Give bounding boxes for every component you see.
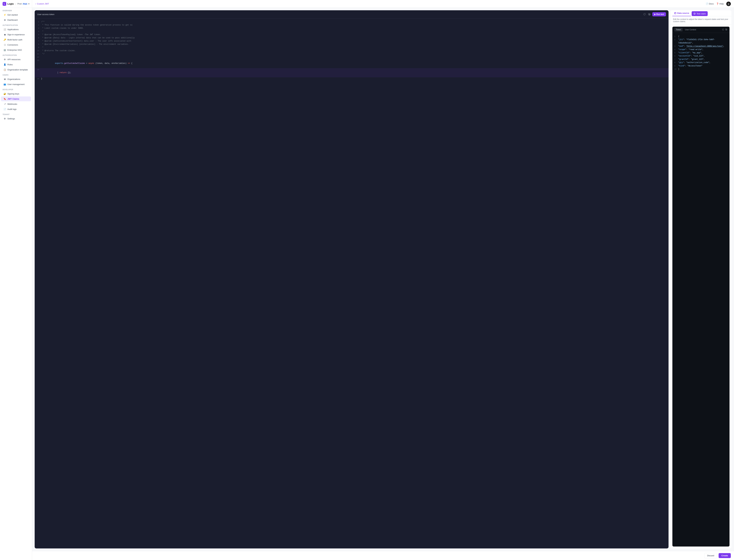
tab-test-claim[interactable]: Test claim [692,11,708,16]
json-line-3: 3 "aud": "http://localhost:3000/api/test… [674,45,728,48]
right-panel-tabs: Data source Test claim [670,10,731,16]
data-source-icon [674,12,676,14]
sidebar-item-roles[interactable]: 👤 Roles [1,62,31,67]
code-line-15: 15 } [35,77,669,81]
roles-icon: 👤 [4,63,6,66]
jwt-claims-icon: 🔖 [4,98,6,100]
right-panel-description: Edit the context to adjust the token's r… [670,16,731,25]
audit-logs-icon: 📄 [4,108,6,110]
sidebar-item-applications[interactable]: ⬜ Applications [1,27,31,32]
sidebar-item-webhooks[interactable]: ↗ Webhooks [1,102,31,106]
json-tab-token[interactable]: Token [674,28,683,31]
topbar-right: 📄 Docs ❓ Help [706,2,731,6]
org-template-icon: 📋 [4,68,6,71]
json-copy-button[interactable] [725,28,728,31]
avatar-icon [727,3,730,5]
json-line-8: 8 "gty": "authorization_code", [674,61,728,64]
logo-name: Logto [8,3,14,5]
code-panel-header: User access token ▶ Run test [35,10,669,18]
breadcrumb-back-icon: ‹ [35,3,36,5]
copy-button[interactable] [648,13,651,16]
json-line-1: 1 { [674,35,728,38]
sidebar-item-api-resources[interactable]: ⚙ API resources [1,57,31,62]
svg-rect-4 [648,13,650,15]
organizations-icon: 🏛 [4,78,6,80]
breadcrumb-parent[interactable]: Custom JWT [37,3,49,5]
section-developer: DEVELOPER [0,87,32,91]
sidebar: L Logto | Prod Prod ▾ OVERVIEW ⚡ Get sta… [0,0,32,560]
mfa-icon: 🔑 [4,38,6,41]
svg-point-1 [728,3,729,4]
svg-rect-5 [674,12,676,14]
run-icon: ▶ [654,13,656,15]
api-resources-icon: ⚙ [4,58,6,61]
test-claim-icon [694,13,695,15]
refresh-button[interactable] [643,13,646,16]
env-selector[interactable]: Prod Prod ▾ [17,3,29,5]
enterprise-sso-icon: 🏢 [4,49,6,51]
sidebar-logo: L Logto | Prod Prod ▾ [0,0,32,8]
section-tenant: TENANT [0,112,32,116]
tab-data-source[interactable]: Data source [672,10,691,16]
section-overview: OVERVIEW [0,8,32,12]
get-started-icon: ⚡ [4,13,6,16]
code-line-9: 9 * [35,46,669,49]
docs-icon: 📄 [706,3,708,5]
json-refresh-button[interactable] [722,28,724,31]
run-test-button[interactable]: ▶ Run test [652,12,666,16]
json-line-5: 5 "clientId": "my_app", [674,51,728,54]
sidebar-item-signing-keys[interactable]: 🔐 Signing keys [1,91,31,96]
docs-button[interactable]: 📄 Docs [706,3,714,5]
topbar: ‹ Custom JWT 📄 Docs ❓ Help [32,0,734,8]
code-line-5: 5 * @param {AccessTokenPayload} token -T… [35,33,669,36]
code-editor[interactable]: 1 /** 2 * This function is called during… [35,18,669,548]
sidebar-item-label: Multi-factor auth [7,39,22,41]
logo-icon: L [3,2,6,6]
json-tab-user-context[interactable]: User Context [683,28,698,31]
code-line-1: 1 /** [35,20,669,24]
code-panel: User access token ▶ Run test [35,10,669,548]
sidebar-item-label: Webhooks [7,103,17,105]
webhooks-icon: ↗ [4,103,6,105]
sidebar-item-sign-in-experience[interactable]: ◉ Sign-in experience [1,32,31,37]
code-line-3: 3 * Limit custom claims to under 50KB. [35,27,669,30]
sidebar-item-label: Audit logs [7,108,17,110]
breadcrumb: ‹ Custom JWT [35,3,49,5]
code-line-4: 4 * [35,30,669,33]
sidebar-item-get-started[interactable]: ⚡ Get started [1,12,31,17]
sidebar-item-audit-logs[interactable]: 📄 Audit logs [1,107,31,112]
sidebar-item-label: Settings [7,117,15,120]
code-line-11: 11 */ [35,52,669,56]
discard-button[interactable]: Discard [704,553,717,558]
code-panel-title: User access token [37,13,54,16]
sign-in-icon: ◉ [4,33,6,36]
svg-rect-8 [725,29,727,30]
sidebar-item-label: Roles [7,63,13,66]
code-line-2: 2 * This function is called during the a… [35,24,669,27]
sidebar-item-label: Dashboard [7,19,18,21]
create-button[interactable]: Create [719,553,731,558]
sidebar-item-label: API resources [7,58,21,61]
json-panel-header: Token User Context [672,27,730,33]
json-actions [722,28,728,31]
json-line-10: 10 } [674,68,728,71]
sidebar-item-organization-template[interactable]: 📋 Organization template [1,67,31,72]
avatar[interactable] [726,2,731,6]
sidebar-item-label: JWT Claims [7,98,19,100]
sidebar-item-dashboard[interactable]: ⊞ Dashboard [1,17,31,22]
json-line-2: 2 "jti": "f1d3d2d1-1f2d-3d4e-5d6f-7d8a9d… [674,38,728,45]
sidebar-item-jwt-claims[interactable]: 🔖 JWT Claims [1,96,31,101]
sidebar-item-user-management[interactable]: 👥 User management [1,82,31,87]
sidebar-item-connectors[interactable]: ⬡ Connectors [1,42,31,47]
sidebar-item-enterprise-sso[interactable]: 🏢 Enterprise SSO [1,47,31,52]
code-line-12: 12 [35,56,669,59]
user-management-icon: 👥 [4,83,6,86]
settings-icon: ⚙ [4,117,6,120]
help-button[interactable]: ❓ Help [716,3,724,5]
sidebar-item-organizations[interactable]: 🏛 Organizations [1,77,31,82]
code-line-13: 13 exports.getCustomJwtClaims = async (t… [35,59,669,68]
sidebar-item-mfa[interactable]: 🔑 Multi-factor auth [1,37,31,42]
json-line-4: 4 "scope": "read write", [674,48,728,51]
sidebar-item-settings[interactable]: ⚙ Settings [1,116,31,121]
section-authorization: AUTHORIZATION [0,52,32,57]
